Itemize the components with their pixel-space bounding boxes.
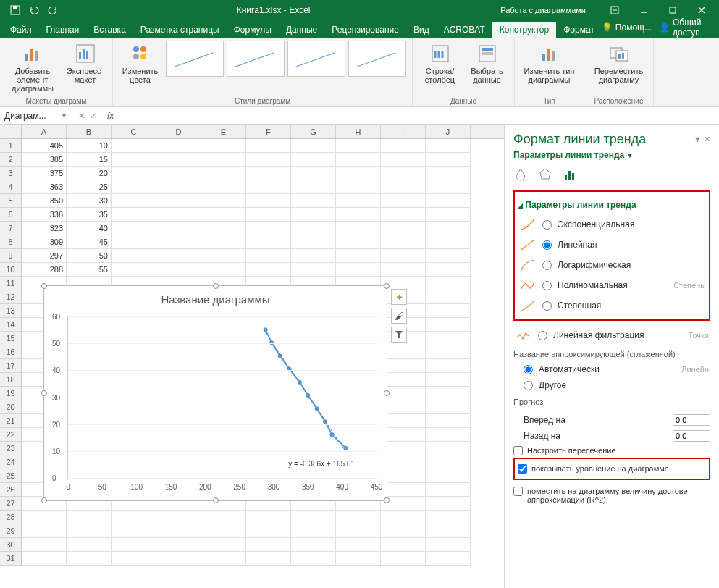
cell[interactable]	[246, 249, 291, 263]
cell[interactable]	[112, 552, 156, 566]
cell[interactable]	[336, 235, 381, 249]
cell[interactable]	[381, 524, 426, 538]
column-header[interactable]: B	[67, 125, 112, 138]
cell[interactable]	[381, 552, 426, 566]
cell[interactable]	[156, 180, 201, 194]
cell[interactable]	[67, 538, 112, 552]
cell[interactable]: 50	[67, 249, 112, 263]
cell[interactable]	[291, 139, 336, 153]
cell[interactable]	[381, 345, 426, 359]
row-header[interactable]: 23	[0, 442, 22, 455]
cell[interactable]	[67, 511, 112, 524]
tab-page-layout[interactable]: Разметка страницы	[133, 22, 227, 38]
tab-review[interactable]: Рецензирование	[324, 22, 406, 38]
cell[interactable]	[381, 167, 426, 180]
cell[interactable]	[426, 194, 471, 208]
cell[interactable]: 375	[22, 167, 67, 180]
cell[interactable]: 40	[67, 222, 112, 235]
cell[interactable]	[291, 180, 336, 194]
column-header[interactable]: C	[112, 125, 156, 138]
cell[interactable]	[112, 194, 156, 208]
change-colors-button[interactable]: Изменить цвета	[119, 41, 161, 85]
cell[interactable]	[201, 153, 246, 167]
cell[interactable]	[67, 524, 112, 538]
cell[interactable]	[201, 538, 246, 552]
style-thumb[interactable]	[227, 41, 285, 77]
section-trendline-options[interactable]: Параметры линии тренда	[525, 200, 636, 210]
cell[interactable]	[112, 511, 156, 524]
cell[interactable]	[201, 235, 246, 249]
cell[interactable]	[67, 552, 112, 566]
cell[interactable]	[381, 373, 426, 387]
select-data-button[interactable]: Выбрать данные	[466, 41, 508, 85]
cell[interactable]: 20	[67, 167, 112, 180]
cell[interactable]	[112, 167, 156, 180]
radio-moving-average[interactable]	[538, 331, 547, 340]
select-all-corner[interactable]	[0, 125, 22, 138]
cell[interactable]	[381, 428, 426, 442]
radio-linear[interactable]	[542, 240, 552, 250]
cell[interactable]	[246, 167, 291, 180]
cell[interactable]	[336, 263, 381, 277]
row-header[interactable]: 22	[0, 428, 22, 442]
row-header[interactable]: 5	[0, 194, 22, 208]
cell[interactable]	[291, 194, 336, 208]
cell[interactable]	[381, 194, 426, 208]
cell[interactable]	[381, 208, 426, 222]
cell[interactable]: 55	[67, 263, 112, 277]
style-thumb[interactable]	[166, 41, 224, 77]
cell[interactable]: 385	[22, 153, 67, 167]
row-header[interactable]: 8	[0, 235, 22, 249]
cell[interactable]	[291, 552, 336, 566]
redo-icon[interactable]	[45, 2, 61, 18]
tell-me[interactable]: 💡Помощ...	[602, 22, 652, 33]
row-header[interactable]: 28	[0, 511, 22, 524]
cell[interactable]	[246, 511, 291, 524]
cell[interactable]: 288	[22, 263, 67, 277]
row-header[interactable]: 19	[0, 387, 22, 400]
cell[interactable]	[156, 524, 201, 538]
cell[interactable]	[246, 180, 291, 194]
cell[interactable]: 15	[67, 153, 112, 167]
cell[interactable]	[426, 387, 471, 400]
cell[interactable]	[201, 139, 246, 153]
radio-name-other[interactable]	[524, 381, 533, 390]
cell[interactable]	[426, 428, 471, 442]
cell[interactable]	[426, 538, 471, 552]
cell[interactable]	[291, 208, 336, 222]
name-box[interactable]: Диаграм...▼	[0, 107, 72, 124]
cell[interactable]	[246, 263, 291, 277]
cell[interactable]	[426, 511, 471, 524]
share-button[interactable]: 👤Общий доступ	[659, 17, 709, 38]
row-header[interactable]: 2	[0, 153, 22, 167]
tab-design[interactable]: Конструктор	[492, 22, 556, 38]
cell[interactable]	[112, 153, 156, 167]
cell[interactable]	[381, 400, 426, 414]
cell[interactable]	[426, 455, 471, 469]
cell[interactable]	[156, 511, 201, 524]
cell[interactable]	[336, 167, 381, 180]
cell[interactable]: 338	[22, 208, 67, 222]
row-header[interactable]: 15	[0, 332, 22, 345]
row-header[interactable]: 10	[0, 263, 22, 277]
row-header[interactable]: 14	[0, 318, 22, 332]
tab-data[interactable]: Данные	[279, 22, 324, 38]
fx-icon[interactable]: fx	[103, 111, 118, 121]
cell[interactable]	[291, 249, 336, 263]
row-header[interactable]: 4	[0, 180, 22, 194]
row-header[interactable]: 21	[0, 414, 22, 428]
cell[interactable]	[381, 455, 426, 469]
cell[interactable]	[291, 222, 336, 235]
row-header[interactable]: 24	[0, 455, 22, 469]
cell[interactable]	[381, 139, 426, 153]
cell[interactable]	[336, 194, 381, 208]
cell[interactable]	[426, 304, 471, 318]
checkbox-show-r2[interactable]	[513, 487, 523, 496]
input-forward[interactable]	[673, 414, 710, 426]
effects-icon[interactable]	[538, 167, 552, 182]
cell[interactable]	[336, 208, 381, 222]
checkbox-show-equation[interactable]	[518, 464, 527, 474]
row-header[interactable]: 3	[0, 167, 22, 180]
cell[interactable]	[381, 153, 426, 167]
column-header[interactable]: A	[22, 125, 67, 138]
